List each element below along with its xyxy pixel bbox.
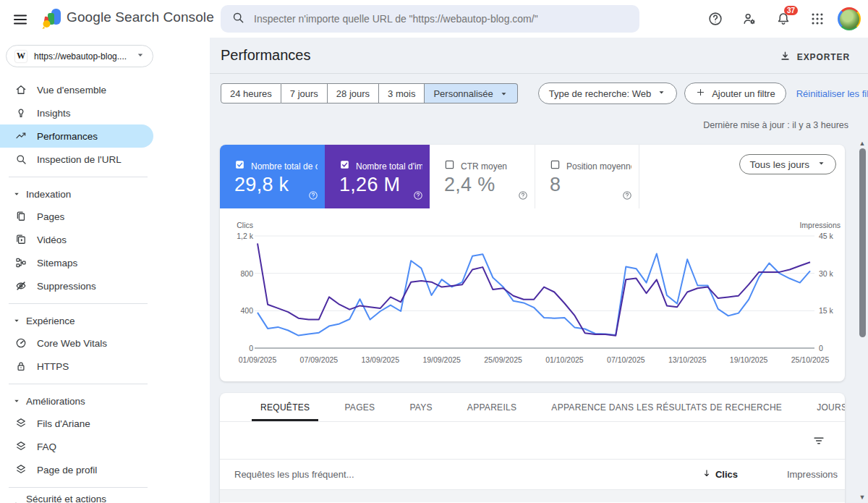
scroll-down-icon[interactable]: ▼ [859, 494, 866, 501]
tab-apparence-dans-les-r-sultats-de-recherche[interactable]: APPARENCE DANS LES RÉSULTATS DE RECHERCH… [534, 393, 799, 421]
sidebar-item-pages[interactable]: Pages [0, 205, 153, 228]
metric-tile-0[interactable]: Nombre total de c...29,8 k [220, 145, 325, 208]
sidebar-item-faq[interactable]: FAQ [0, 435, 153, 458]
divider [9, 177, 148, 177]
checkbox-empty-icon[interactable] [444, 159, 455, 170]
metric-label: Position moyenne [566, 161, 631, 172]
apps-button[interactable] [804, 5, 831, 33]
sidebar-item-label: Fils d'Ariane [37, 418, 90, 429]
axis-tick-label: 0 [819, 344, 823, 352]
range-chip-28-jours[interactable]: 28 jours [328, 83, 379, 103]
metric-value: 29,8 k [234, 174, 289, 196]
sidebar-section-indexation[interactable]: Indexation [0, 183, 153, 205]
sidebar-section-exp-rience[interactable]: Expérience [0, 310, 153, 331]
rich-result-icon [14, 417, 27, 430]
speedometer-icon [14, 337, 27, 350]
column-header-impressions[interactable]: Impressions [787, 469, 838, 480]
scrollbar-thumb[interactable] [859, 148, 866, 337]
main-content: Performances EXPORTER 24 heures7 jours28… [210, 38, 868, 503]
notification-badge: 37 [784, 6, 798, 15]
tab-pages[interactable]: PAGES [327, 393, 392, 421]
download-icon [779, 50, 791, 64]
checkbox-checked-icon[interactable] [234, 159, 245, 170]
metric-checkbox[interactable] [550, 159, 561, 173]
menu-icon [12, 11, 29, 28]
add-filter-button[interactable]: Ajouter un filtre [684, 83, 786, 104]
tab-appareils[interactable]: APPAREILS [450, 393, 535, 421]
range-chip-personnalisee[interactable]: Personnalisée [425, 83, 517, 103]
sidebar-item-label: Core Web Vitals [37, 338, 107, 349]
dimensions-card: REQUÊTESPAGESPAYSAPPAREILSAPPARENCE DANS… [220, 393, 845, 503]
sidebar-item-performances[interactable]: Performances [0, 124, 153, 148]
x-axis-date-label: 01/09/2025 [239, 355, 277, 364]
help-icon[interactable] [413, 190, 423, 203]
metric-checkbox[interactable] [234, 159, 245, 173]
sidebar-item-vue-d-ensemble[interactable]: Vue d'ensemble [0, 78, 153, 101]
filter-list-icon[interactable] [812, 434, 826, 451]
range-chip-24-heures[interactable]: 24 heures [221, 83, 281, 103]
metric-checkbox[interactable] [444, 159, 455, 173]
divider [210, 73, 868, 74]
sidebar-item-inspection-de-l-url[interactable]: Inspection de l'URL [0, 148, 153, 171]
sidebar-section-am-liorations[interactable]: Améliorations [0, 390, 153, 412]
plus-icon [695, 87, 706, 100]
sidebar-item-fils-d-ariane[interactable]: Fils d'Ariane [0, 412, 153, 435]
sidebar-item-https[interactable]: HTTPS [0, 355, 153, 378]
pages-icon [14, 210, 27, 223]
sidebar-item-label: Inspection de l'URL [37, 154, 122, 165]
x-axis-date-label: 07/09/2025 [300, 355, 339, 364]
column-header-clicks[interactable]: Clics [702, 468, 738, 481]
checkbox-empty-icon[interactable] [550, 159, 561, 170]
granularity-dropdown[interactable]: Tous les jours [739, 154, 836, 174]
sidebar-section-s-curit-et-actions-manuelles[interactable]: Sécurité et actions manuelles [0, 494, 153, 503]
account-settings-icon [741, 11, 757, 27]
help-icon[interactable] [622, 190, 632, 203]
sidebar-item-insights[interactable]: Insights [0, 101, 153, 124]
scroll-up-icon[interactable]: ▲ [859, 140, 866, 147]
dimension-tabs: REQUÊTESPAGESPAYSAPPAREILSAPPARENCE DANS… [220, 393, 845, 422]
notifications-button[interactable]: 37 [770, 5, 797, 33]
tab-pays[interactable]: PAYS [392, 393, 449, 421]
help-icon[interactable] [518, 190, 528, 203]
menu-icon[interactable] [12, 11, 29, 27]
sidebar-item-label: Page de profil [37, 465, 97, 475]
sidebar-item-core-web-vitals[interactable]: Core Web Vitals [0, 331, 153, 355]
help-button[interactable] [702, 5, 729, 33]
search-type-filter[interactable]: Type de recherche: Web [538, 83, 677, 104]
sidebar-item-label: Sitemaps [37, 258, 77, 269]
caret-right-icon [12, 500, 21, 503]
tab-jours[interactable]: JOURS [799, 393, 845, 421]
url-inspection-searchbar[interactable] [221, 5, 639, 33]
sidebar-item-vid-os[interactable]: Vidéos [0, 228, 153, 251]
apps-icon [809, 11, 825, 27]
caret-down-icon [499, 89, 509, 98]
sidebar-item-page-de-profil[interactable]: Page de profil [0, 458, 153, 481]
help-icon[interactable] [308, 190, 318, 203]
sidebar-item-suppressions[interactable]: Suppressions [0, 274, 153, 297]
metric-tile-3[interactable]: Position moyenne8 [535, 145, 639, 208]
table-filter-row [220, 422, 845, 460]
sidebar-item-sitemaps[interactable]: Sitemaps [0, 251, 153, 274]
chevron-down-icon [657, 88, 666, 99]
sidebar-item-label: Vidéos [37, 234, 67, 245]
range-chip-3-mois[interactable]: 3 mois [379, 83, 425, 103]
metric-tile-1[interactable]: Nombre total d'im...1,26 M [325, 145, 430, 208]
metric-checkbox[interactable] [339, 159, 350, 173]
account-settings-button[interactable] [736, 5, 763, 33]
chevron-down-icon [817, 158, 826, 170]
divider [9, 384, 148, 384]
property-selector[interactable]: W https://webautop-blog.... [6, 45, 153, 67]
metric-tile-2[interactable]: CTR moyen2,4 % [430, 145, 535, 208]
export-button[interactable]: EXPORTER [779, 50, 850, 64]
range-chip-7-jours[interactable]: 7 jours [281, 83, 328, 103]
caret-down-icon [12, 397, 21, 405]
avatar[interactable] [838, 7, 861, 30]
help-circle-icon [308, 190, 318, 200]
sort-down-icon [702, 468, 712, 478]
search-input[interactable] [254, 13, 629, 25]
x-axis-date-label: 01/10/2025 [545, 355, 584, 364]
top-bar: Google Search Console 37 [0, 0, 868, 38]
search-console-logo[interactable] [41, 7, 64, 31]
tab-requ-tes[interactable]: REQUÊTES [243, 393, 327, 421]
checkbox-checked-icon[interactable] [339, 159, 350, 170]
